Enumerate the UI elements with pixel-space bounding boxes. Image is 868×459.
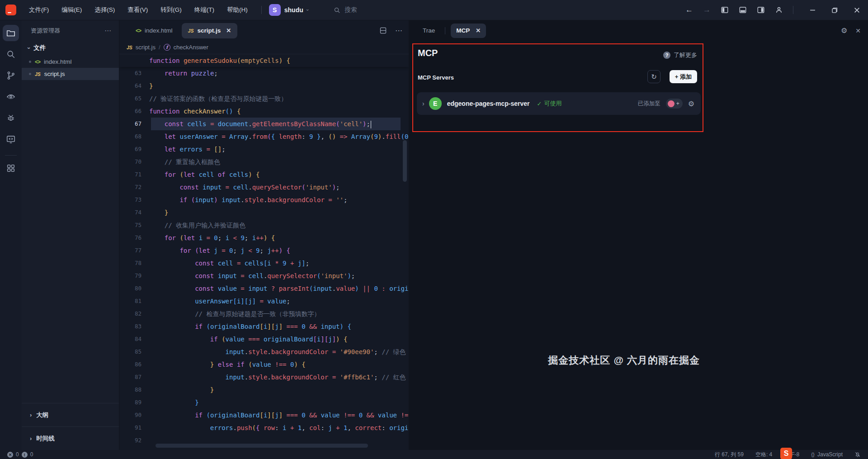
explorer-more-button[interactable]: ⋯	[104, 27, 112, 35]
problems-indicator[interactable]: ✕ 0 ! 0	[0, 451, 33, 458]
activity-search[interactable]	[3, 46, 19, 62]
toggle-left-sidebar-icon[interactable]	[721, 6, 729, 14]
line-content[interactable]: }	[149, 206, 409, 219]
tab-index-html[interactable]: <> index.html	[129, 23, 179, 38]
outline-section[interactable]: › 大纲	[22, 403, 119, 426]
code-line[interactable]: 80 const value = input ? parseInt(input.…	[119, 282, 409, 295]
timeline-section[interactable]: › 时间线	[22, 426, 119, 450]
activity-extensions[interactable]	[3, 160, 19, 176]
code-line[interactable]: 79 const input = cell.querySelector('inp…	[119, 270, 409, 282]
activity-debug[interactable]	[3, 110, 19, 126]
line-number[interactable]: 92	[119, 434, 149, 447]
breadcrumb-file[interactable]: script.js	[136, 44, 156, 51]
line-content[interactable]: }	[149, 80, 409, 92]
code-line[interactable]: 66function checkAnswer() {	[119, 105, 409, 118]
toggle-bottom-panel-icon[interactable]	[739, 6, 747, 14]
line-number[interactable]: 88	[119, 383, 149, 396]
activity-explorer[interactable]	[3, 25, 19, 41]
code-line[interactable]: 76 for (let i = 0; i < 9; i++) {	[119, 232, 409, 244]
line-number[interactable]: 74	[119, 206, 149, 219]
line-content[interactable]: function checkAnswer() {	[149, 105, 409, 118]
code-line[interactable]: 86 } else if (value !== 0) {	[119, 358, 409, 371]
close-panel-icon[interactable]: ✕	[855, 27, 861, 34]
activity-preview[interactable]	[3, 89, 19, 105]
menu-file[interactable]: 文件(F)	[23, 3, 55, 17]
breadcrumb[interactable]: JS script.js / f checkAnswer	[119, 41, 409, 54]
line-number[interactable]: 77	[119, 244, 149, 257]
line-number[interactable]: 65	[119, 92, 149, 105]
nav-forward-button[interactable]: →	[703, 5, 711, 14]
split-editor-icon[interactable]	[379, 27, 387, 34]
refresh-button[interactable]: ↻	[647, 70, 660, 83]
code-line[interactable]: 72 const input = cell.querySelector('inp…	[119, 181, 409, 194]
line-number[interactable]: 78	[119, 257, 149, 270]
code-line[interactable]: 74 }	[119, 206, 409, 219]
code-line[interactable]: 87 input.style.backgroundColor = '#ffb6c…	[119, 371, 409, 383]
line-content[interactable]: const cells = document.getElementsByClas…	[149, 118, 409, 130]
line-content[interactable]: input.style.backgroundColor = '#90ee90';…	[149, 345, 409, 358]
line-number[interactable]: 90	[119, 409, 149, 421]
code-line[interactable]: 89 }	[119, 396, 409, 409]
line-number[interactable]: 66	[119, 105, 149, 118]
vertical-scrollbar[interactable]	[403, 140, 407, 182]
line-content[interactable]: for (let i = 0; i < 9; i++) {	[149, 232, 409, 244]
menu-goto[interactable]: 转到(G)	[154, 3, 188, 17]
line-content[interactable]: for (let j = 0; j < 9; j++) {	[149, 244, 409, 257]
line-number[interactable]: 71	[119, 168, 149, 181]
code-line[interactable]: 84 if (value === originalBoard[i][j]) {	[119, 333, 409, 345]
app-logo-icon[interactable]	[5, 5, 16, 15]
code-line[interactable]: 82 // 检查与原始谜题是否一致（非预填数字）	[119, 308, 409, 320]
horizontal-scrollbar[interactable]	[156, 444, 368, 448]
gear-icon[interactable]: ⚙	[841, 26, 847, 35]
code-line[interactable]: 83 if (originalBoard[i][j] === 0 && inpu…	[119, 320, 409, 333]
line-content[interactable]: // 检查与原始谜题是否一致（非预填数字）	[149, 308, 409, 320]
cursor-position[interactable]: 行 67, 列 59	[715, 451, 744, 459]
mcp-server-row[interactable]: › E edgeone-pages-mcp-server ✓ 可使用 已添加至 …	[417, 92, 701, 115]
line-number[interactable]: 84	[119, 333, 149, 345]
code-line[interactable]: 81 userAnswer[i][j] = value;	[119, 295, 409, 308]
line-number[interactable]: 87	[119, 371, 149, 383]
code-line[interactable]: 75 // 收集用户输入并验证颜色	[119, 219, 409, 232]
line-content[interactable]: const input = cell.querySelector('input'…	[149, 270, 409, 282]
code-line[interactable]: 70 // 重置输入框颜色	[119, 156, 409, 168]
code-line[interactable]: 64}	[119, 80, 409, 92]
sticky-scroll-line[interactable]: function generateSudoku(emptyCells) {	[119, 54, 409, 67]
code-line[interactable]: 90 if (originalBoard[i][j] === 0 && valu…	[119, 409, 409, 421]
code-line[interactable]: 85 input.style.backgroundColor = '#90ee9…	[119, 345, 409, 358]
agent-avatar-pill[interactable]: +	[666, 99, 683, 109]
line-content[interactable]: const value = input ? parseInt(input.val…	[149, 282, 409, 295]
code-line[interactable]: 68 let userAnswer = Array.from({ length:…	[119, 130, 409, 143]
line-number[interactable]: 67	[119, 118, 149, 130]
activity-source-control[interactable]	[3, 67, 19, 84]
nav-back-button[interactable]: ←	[685, 5, 693, 14]
menu-selection[interactable]: 选择(S)	[88, 3, 121, 17]
line-content[interactable]: for (let cell of cells) {	[149, 168, 409, 181]
line-content[interactable]: const input = cell.querySelector('input'…	[149, 181, 409, 194]
code-line[interactable]: 67 const cells = document.getElementsByC…	[119, 118, 409, 130]
line-content[interactable]: }	[149, 396, 409, 409]
line-content[interactable]: return puzzle;	[149, 67, 409, 80]
expand-chevron-icon[interactable]: ›	[422, 100, 425, 107]
line-content[interactable]: userAnswer[i][j] = value;	[149, 295, 409, 308]
add-mcp-button[interactable]: + 添加	[670, 70, 697, 83]
line-number[interactable]: 70	[119, 156, 149, 168]
line-content[interactable]: input.style.backgroundColor = '#ffb6c1';…	[149, 371, 409, 383]
line-content[interactable]: let userAnswer = Array.from({ length: 9 …	[149, 130, 409, 143]
line-number[interactable]: 85	[119, 345, 149, 358]
line-content[interactable]: errors.push({ row: i + 1, col: j + 1, co…	[149, 421, 409, 434]
line-content[interactable]: const cell = cells[i * 9 + j];	[149, 257, 409, 270]
code-line[interactable]: 88 }	[119, 383, 409, 396]
breadcrumb-symbol[interactable]: checkAnswer	[174, 44, 208, 51]
line-number[interactable]: 76	[119, 232, 149, 244]
line-content[interactable]: if (originalBoard[i][j] === 0 && input) …	[149, 320, 409, 333]
indent-setting[interactable]: 空格: 4	[755, 451, 772, 459]
tab-trae[interactable]: Trae	[417, 24, 440, 38]
line-number[interactable]: 91	[119, 421, 149, 434]
line-number[interactable]: 86	[119, 358, 149, 371]
line-content[interactable]: if (input) input.style.backgroundColor =…	[149, 194, 409, 206]
close-tab-icon[interactable]: ✕	[476, 27, 481, 34]
learn-more-link[interactable]: ? 了解更多	[663, 51, 697, 59]
close-window-button[interactable]	[854, 7, 860, 13]
tab-mcp[interactable]: MCP ✕	[451, 24, 486, 38]
line-content[interactable]: // 重置输入框颜色	[149, 156, 409, 168]
